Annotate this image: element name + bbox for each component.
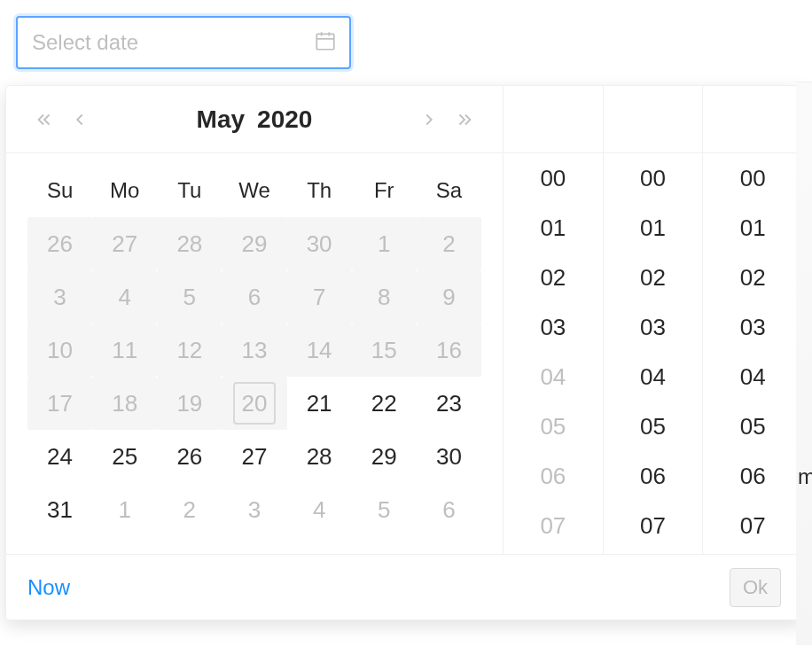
day-cell[interactable]: 17 (39, 382, 82, 425)
day-cell[interactable]: 4 (298, 488, 340, 531)
time-option[interactable]: 04 (604, 352, 703, 401)
day-of-week-header: Sa (417, 164, 481, 217)
day-cell[interactable]: 28 (168, 222, 211, 265)
day-cell[interactable]: 6 (427, 488, 470, 531)
calendar-section: May 2020 SuMoTuWeThFrSa 2627282930123456… (6, 86, 503, 554)
time-option: 07 (504, 501, 603, 550)
day-cell[interactable]: 22 (363, 382, 405, 425)
day-cell[interactable]: 1 (104, 488, 146, 531)
time-option[interactable]: 07 (604, 501, 703, 550)
svg-rect-0 (316, 34, 334, 49)
time-option[interactable]: 05 (703, 401, 802, 451)
day-cell[interactable]: 6 (233, 276, 276, 318)
background-strip (796, 82, 812, 645)
now-link[interactable]: Now (27, 575, 70, 600)
day-cell[interactable]: 10 (39, 329, 82, 371)
time-option[interactable]: 03 (604, 302, 703, 352)
day-cell[interactable]: 26 (39, 222, 82, 265)
day-cell[interactable]: 3 (39, 276, 82, 318)
truncated-label: m (798, 464, 812, 489)
day-cell[interactable]: 23 (427, 382, 470, 425)
date-picker-panel: May 2020 SuMoTuWeThFrSa 2627282930123456… (5, 85, 803, 620)
calendar-header: May 2020 (6, 86, 503, 153)
day-cell[interactable]: 1 (363, 222, 405, 265)
time-option[interactable]: 04 (703, 352, 802, 401)
time-option[interactable]: 01 (703, 203, 802, 253)
year-label[interactable]: 2020 (257, 105, 312, 134)
day-cell[interactable]: 5 (168, 276, 211, 318)
time-option[interactable]: 03 (703, 302, 802, 352)
ok-button[interactable]: Ok (730, 568, 781, 607)
day-cell[interactable]: 31 (39, 488, 82, 531)
time-option: 06 (504, 451, 603, 501)
day-cell[interactable]: 27 (104, 222, 146, 265)
prev-month-button[interactable] (65, 86, 95, 152)
day-cell[interactable]: 2 (168, 488, 211, 531)
prev-year-button[interactable] (29, 86, 59, 152)
calendar-grid: SuMoTuWeThFrSa 2627282930123456789101112… (6, 153, 503, 552)
day-cell[interactable]: 11 (104, 329, 146, 371)
day-cell[interactable]: 9 (427, 276, 470, 318)
time-option[interactable]: 05 (604, 401, 703, 451)
day-cell[interactable]: 24 (39, 435, 82, 478)
day-cell[interactable]: 15 (363, 329, 405, 371)
time-option[interactable]: 00 (504, 153, 603, 203)
date-input[interactable] (30, 29, 314, 56)
day-cell[interactable]: 13 (233, 329, 276, 371)
day-cell[interactable]: 8 (363, 276, 405, 318)
day-cell[interactable]: 20 (233, 382, 276, 425)
minutes-column[interactable]: 0001020304050607 (604, 86, 704, 554)
time-option[interactable]: 01 (604, 203, 703, 253)
time-option[interactable]: 02 (703, 253, 802, 302)
next-year-button[interactable] (449, 86, 480, 152)
time-option[interactable]: 06 (703, 451, 802, 501)
seconds-column[interactable]: 0001020304050607 (703, 86, 802, 554)
day-cell[interactable]: 29 (233, 222, 276, 265)
panel-footer: Now Ok (6, 554, 802, 620)
time-option: 04 (504, 352, 603, 401)
time-section: 0001020304050607 0001020304050607 000102… (503, 86, 802, 554)
day-cell[interactable]: 28 (298, 435, 340, 478)
month-label[interactable]: May (197, 105, 245, 134)
day-cell[interactable]: 26 (168, 435, 211, 478)
time-option: 05 (504, 401, 603, 451)
day-cell[interactable]: 25 (104, 435, 146, 478)
day-of-week-header: We (222, 164, 286, 217)
date-input-container[interactable] (16, 16, 351, 69)
time-option[interactable]: 00 (703, 153, 802, 203)
time-option[interactable]: 06 (604, 451, 703, 501)
day-cell[interactable]: 18 (104, 382, 146, 425)
time-option[interactable]: 01 (504, 203, 603, 253)
calendar-icon (314, 29, 337, 56)
day-cell[interactable]: 3 (233, 488, 276, 531)
day-cell[interactable]: 2 (427, 222, 470, 265)
time-option[interactable]: 02 (604, 253, 703, 302)
day-of-week-header: Fr (352, 164, 417, 217)
day-cell[interactable]: 19 (168, 382, 211, 425)
time-option[interactable]: 07 (703, 501, 802, 550)
hours-column[interactable]: 0001020304050607 (504, 86, 604, 554)
day-of-week-header: Th (287, 164, 352, 217)
day-cell[interactable]: 29 (363, 435, 405, 478)
next-month-button[interactable] (414, 86, 444, 152)
day-cell[interactable]: 30 (298, 222, 340, 265)
day-cell[interactable]: 21 (298, 382, 340, 425)
day-of-week-header: Tu (157, 164, 222, 217)
day-cell[interactable]: 27 (233, 435, 276, 478)
day-cell[interactable]: 12 (168, 329, 211, 371)
day-cell[interactable]: 7 (298, 276, 340, 318)
day-cell[interactable]: 5 (363, 488, 405, 531)
day-of-week-header: Su (27, 164, 92, 217)
day-cell[interactable]: 4 (104, 276, 146, 318)
time-option[interactable]: 02 (504, 253, 603, 302)
day-of-week-header: Mo (92, 164, 157, 217)
day-cell[interactable]: 30 (427, 435, 470, 478)
day-cell[interactable]: 14 (298, 329, 340, 371)
time-option[interactable]: 00 (604, 153, 703, 203)
time-option[interactable]: 03 (504, 302, 603, 352)
day-cell[interactable]: 16 (427, 329, 470, 371)
